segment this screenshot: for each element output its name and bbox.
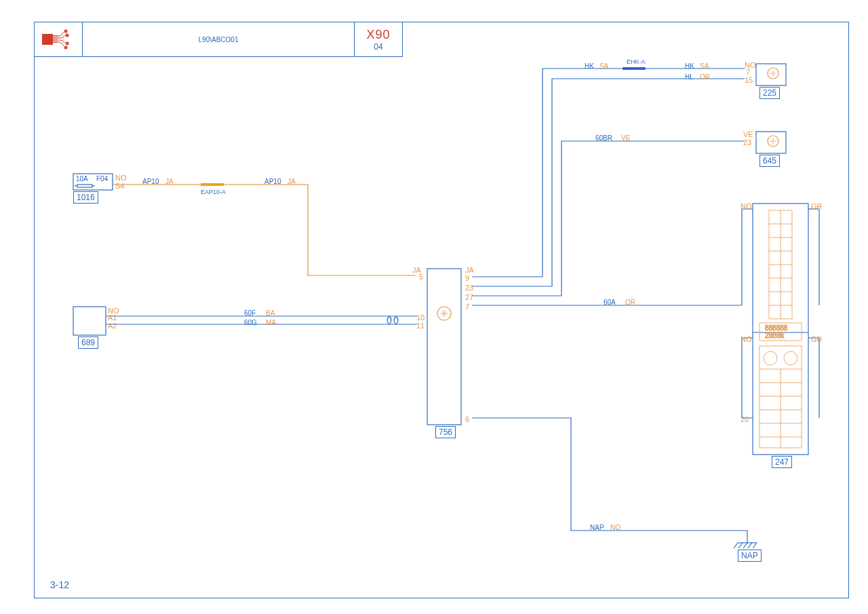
comp-689-id: 689 <box>78 337 98 349</box>
c689-pin-a2: A2 <box>108 322 117 330</box>
comp-247-id: 247 <box>772 456 792 468</box>
comp-645-id: 645 <box>760 155 780 167</box>
wl-ap10-2s: AP10 <box>264 178 281 185</box>
svg-rect-9 <box>73 307 106 335</box>
c756-r9: 9 <box>465 274 469 282</box>
c247-br: GR <box>811 335 823 343</box>
wiring-diagram-page: L90\ABCO01 X90 04 <box>0 0 868 614</box>
wl-nap-s: NAP <box>590 524 604 531</box>
svg-line-46 <box>753 543 757 548</box>
c756-l5: 5 <box>419 273 423 281</box>
svg-rect-14 <box>756 132 786 153</box>
c756-rconn: JA <box>465 266 474 274</box>
wl-ap10-1c: JA <box>165 178 174 185</box>
comp-1016-id: 1016 <box>73 191 98 204</box>
fuse-rating: 10A <box>76 175 88 183</box>
c247-bl: NO <box>741 335 752 343</box>
svg-point-32 <box>784 351 797 365</box>
c1016-conn: NO <box>115 174 127 182</box>
c645-sig: VE <box>743 130 753 138</box>
c225-p7: 7 <box>746 68 750 76</box>
wl-ap10-2c: JA <box>288 178 296 185</box>
c1016-pin: S4 <box>115 182 124 190</box>
svg-line-44 <box>743 543 747 548</box>
wl-60br-s: 60BR <box>595 134 612 142</box>
page-number: 3-12 <box>50 579 69 590</box>
wl-60f-c: BA <box>266 309 275 317</box>
svg-line-45 <box>748 543 752 548</box>
svg-rect-6 <box>77 185 92 187</box>
wl-60g-s: 60G <box>244 319 257 326</box>
svg-text:888888: 888888 <box>765 324 788 332</box>
wl-60a-c: OR <box>625 299 635 306</box>
wl-60a-s: 60A <box>604 299 616 306</box>
wl-60f-s: 60F <box>244 309 256 317</box>
c756-r6: 6 <box>465 415 469 423</box>
wl-hk2-s: HK <box>685 62 694 70</box>
c756-l10: 10 <box>416 313 425 322</box>
c225-p15: 15 <box>745 76 753 84</box>
comp-756-id: 756 <box>435 426 456 438</box>
c689-pin-a1: A1 <box>108 313 117 322</box>
wl-hk1-c: SA <box>599 62 608 70</box>
svg-line-42 <box>734 543 738 548</box>
c247-p20: 20 <box>741 415 749 423</box>
wl-60g-c: MA <box>266 319 276 326</box>
c247-tl: NO <box>741 202 752 210</box>
wl-ap10-1s: AP10 <box>142 178 159 185</box>
splice-ehk-label: EHK-A <box>627 58 646 65</box>
wl-hk2-c: SA <box>700 62 709 70</box>
svg-rect-12 <box>756 64 786 85</box>
c756-r7: 7 <box>465 303 469 311</box>
c645-pin: 23 <box>743 138 751 147</box>
wl-hk1-s: HK <box>585 62 594 70</box>
wl-hl-s: HL <box>685 73 694 81</box>
wl-60br-c: VE <box>621 134 630 142</box>
svg-rect-10 <box>427 269 461 425</box>
svg-point-31 <box>764 351 777 365</box>
wl-nap-c: NO <box>610 524 620 531</box>
ground-id: NAP <box>738 550 762 562</box>
comp-225-id: 225 <box>760 87 780 99</box>
fuse-slot: F04 <box>96 175 108 183</box>
splice-eap10 <box>201 183 224 186</box>
splice-eap10-label: EAP10-A <box>201 189 226 195</box>
c756-r23: 23 <box>465 284 473 292</box>
c756-r27: 27 <box>465 293 473 301</box>
splice-ehk <box>623 67 646 70</box>
svg-text:28B8k: 28B8k <box>765 332 785 339</box>
wl-hl-c: OR <box>700 73 710 81</box>
wiring-layer: 888888 28B8k <box>0 0 868 614</box>
c756-l11: 11 <box>416 322 425 330</box>
svg-line-43 <box>738 543 743 548</box>
c247-tr: GR <box>811 202 823 210</box>
